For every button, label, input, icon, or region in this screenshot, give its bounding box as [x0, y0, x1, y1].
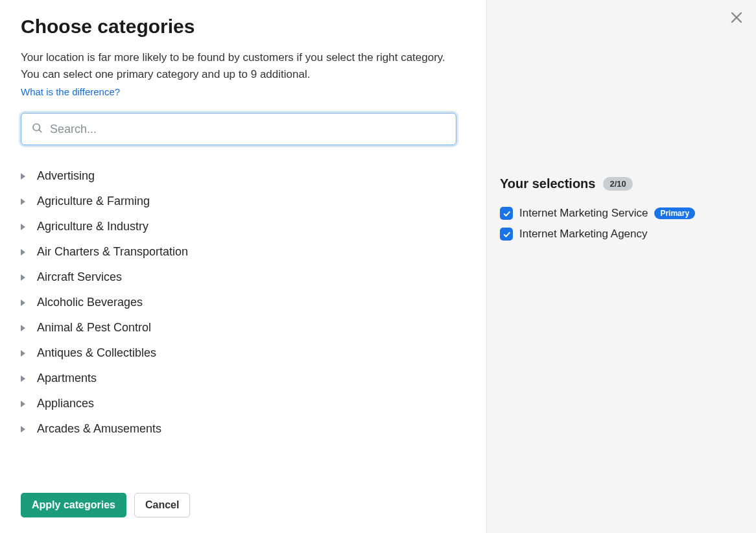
selections-title: Your selections	[500, 176, 595, 191]
caret-right-icon	[21, 401, 25, 407]
category-label: Agriculture & Farming	[37, 195, 150, 208]
selections-list: Internet Marketing ServicePrimaryInterne…	[500, 203, 743, 244]
search-input[interactable]	[21, 113, 456, 145]
apply-categories-button[interactable]: Apply categories	[21, 493, 126, 517]
caret-right-icon	[21, 274, 25, 281]
caret-right-icon	[21, 350, 25, 357]
category-row[interactable]: Aircraft Services	[21, 265, 445, 290]
caret-right-icon	[21, 375, 25, 382]
check-icon	[502, 209, 511, 218]
close-button[interactable]	[726, 8, 747, 29]
caret-right-icon	[21, 173, 25, 180]
caret-right-icon	[21, 325, 25, 331]
category-label: Animal & Pest Control	[37, 321, 151, 335]
category-label: Antiques & Collectibles	[37, 346, 156, 360]
selection-item: Internet Marketing ServicePrimary	[500, 203, 743, 224]
category-row[interactable]: Apartments	[21, 366, 445, 391]
category-label: Agriculture & Industry	[37, 220, 148, 233]
check-icon	[502, 230, 511, 239]
right-pane: Your selections 2/10 Internet Marketing …	[486, 0, 756, 533]
caret-right-icon	[21, 198, 25, 205]
category-row[interactable]: Alcoholic Beverages	[21, 290, 445, 315]
selection-label: Internet Marketing Agency	[519, 228, 648, 241]
selection-label: Internet Marketing Service	[519, 207, 648, 220]
selection-item: Internet Marketing Agency	[500, 224, 743, 244]
selection-checkbox[interactable]	[500, 207, 513, 220]
category-row[interactable]: Antiques & Collectibles	[21, 340, 445, 366]
category-row[interactable]: Air Charters & Transportation	[21, 239, 445, 265]
selections-count-badge: 2/10	[603, 177, 632, 191]
page-subtitle: Your location is far more likely to be f…	[21, 49, 455, 82]
selections-panel: Your selections 2/10 Internet Marketing …	[500, 176, 743, 244]
caret-right-icon	[21, 300, 25, 306]
category-row[interactable]: Agriculture & Farming	[21, 189, 445, 214]
primary-badge: Primary	[654, 207, 695, 219]
category-label: Appliances	[37, 397, 94, 410]
left-pane: Choose categories Your location is far m…	[0, 0, 486, 533]
selections-header: Your selections 2/10	[500, 176, 743, 191]
caret-right-icon	[21, 426, 25, 432]
category-label: Advertising	[37, 169, 95, 183]
category-list-wrap: AdvertisingAgriculture & FarmingAgricult…	[21, 163, 456, 480]
search-wrap	[21, 113, 466, 145]
selection-checkbox[interactable]	[500, 228, 513, 241]
category-row[interactable]: Arcades & Amusements	[21, 416, 445, 442]
actions-row: Apply categories Cancel	[21, 493, 466, 517]
caret-right-icon	[21, 224, 25, 230]
category-row[interactable]: Advertising	[21, 163, 445, 189]
page-title: Choose categories	[21, 16, 466, 38]
category-label: Arcades & Amusements	[37, 422, 161, 436]
caret-right-icon	[21, 249, 25, 255]
category-label: Air Charters & Transportation	[37, 245, 188, 259]
category-label: Alcoholic Beverages	[37, 296, 143, 309]
cancel-button[interactable]: Cancel	[134, 493, 190, 517]
category-row[interactable]: Agriculture & Industry	[21, 214, 445, 239]
category-row[interactable]: Animal & Pest Control	[21, 315, 445, 340]
category-list[interactable]: AdvertisingAgriculture & FarmingAgricult…	[21, 163, 456, 480]
category-label: Apartments	[37, 372, 97, 385]
category-label: Aircraft Services	[37, 270, 122, 284]
category-row[interactable]: Appliances	[21, 391, 445, 416]
difference-link[interactable]: What is the difference?	[21, 86, 466, 97]
close-icon	[729, 10, 744, 27]
